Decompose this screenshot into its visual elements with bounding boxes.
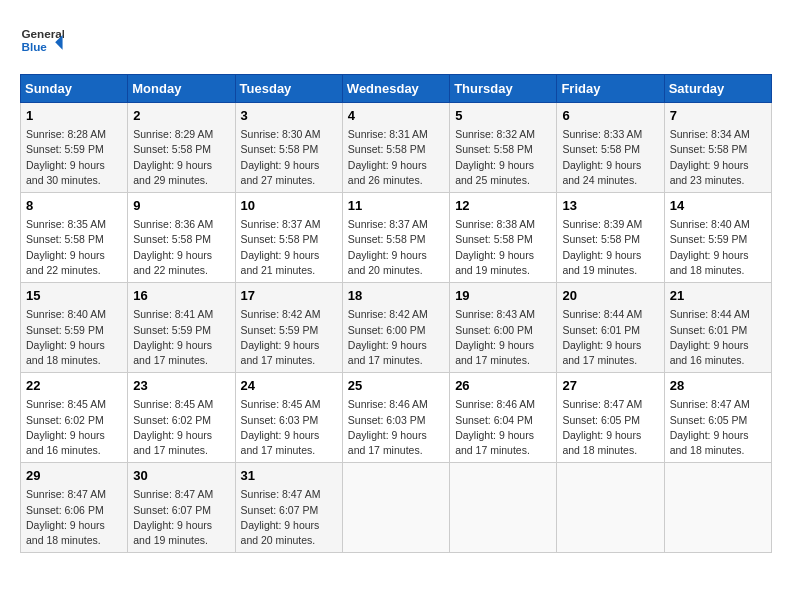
- weekday-header-cell: Friday: [557, 75, 664, 103]
- day-info: Sunrise: 8:45 AMSunset: 6:02 PMDaylight:…: [26, 397, 122, 458]
- calendar-day-cell: 2Sunrise: 8:29 AMSunset: 5:58 PMDaylight…: [128, 103, 235, 193]
- calendar-day-cell: [450, 463, 557, 553]
- calendar-table: SundayMondayTuesdayWednesdayThursdayFrid…: [20, 74, 772, 553]
- day-number: 15: [26, 287, 122, 305]
- calendar-day-cell: 23Sunrise: 8:45 AMSunset: 6:02 PMDayligh…: [128, 373, 235, 463]
- day-info: Sunrise: 8:36 AMSunset: 5:58 PMDaylight:…: [133, 217, 229, 278]
- day-info: Sunrise: 8:32 AMSunset: 5:58 PMDaylight:…: [455, 127, 551, 188]
- calendar-day-cell: 9Sunrise: 8:36 AMSunset: 5:58 PMDaylight…: [128, 193, 235, 283]
- day-number: 11: [348, 197, 444, 215]
- calendar-day-cell: 25Sunrise: 8:46 AMSunset: 6:03 PMDayligh…: [342, 373, 449, 463]
- day-number: 30: [133, 467, 229, 485]
- calendar-day-cell: 22Sunrise: 8:45 AMSunset: 6:02 PMDayligh…: [21, 373, 128, 463]
- day-number: 2: [133, 107, 229, 125]
- svg-text:Blue: Blue: [21, 40, 47, 53]
- day-info: Sunrise: 8:35 AMSunset: 5:58 PMDaylight:…: [26, 217, 122, 278]
- day-number: 20: [562, 287, 658, 305]
- calendar-day-cell: 7Sunrise: 8:34 AMSunset: 5:58 PMDaylight…: [664, 103, 771, 193]
- day-number: 10: [241, 197, 337, 215]
- day-number: 25: [348, 377, 444, 395]
- calendar-day-cell: 15Sunrise: 8:40 AMSunset: 5:59 PMDayligh…: [21, 283, 128, 373]
- day-number: 26: [455, 377, 551, 395]
- calendar-day-cell: 1Sunrise: 8:28 AMSunset: 5:59 PMDaylight…: [21, 103, 128, 193]
- day-info: Sunrise: 8:42 AMSunset: 6:00 PMDaylight:…: [348, 307, 444, 368]
- day-info: Sunrise: 8:41 AMSunset: 5:59 PMDaylight:…: [133, 307, 229, 368]
- calendar-day-cell: 10Sunrise: 8:37 AMSunset: 5:58 PMDayligh…: [235, 193, 342, 283]
- day-info: Sunrise: 8:45 AMSunset: 6:03 PMDaylight:…: [241, 397, 337, 458]
- day-number: 16: [133, 287, 229, 305]
- weekday-header-cell: Wednesday: [342, 75, 449, 103]
- day-number: 23: [133, 377, 229, 395]
- day-info: Sunrise: 8:46 AMSunset: 6:04 PMDaylight:…: [455, 397, 551, 458]
- page-header: General Blue: [20, 20, 772, 64]
- day-info: Sunrise: 8:43 AMSunset: 6:00 PMDaylight:…: [455, 307, 551, 368]
- calendar-day-cell: 21Sunrise: 8:44 AMSunset: 6:01 PMDayligh…: [664, 283, 771, 373]
- day-info: Sunrise: 8:39 AMSunset: 5:58 PMDaylight:…: [562, 217, 658, 278]
- day-info: Sunrise: 8:37 AMSunset: 5:58 PMDaylight:…: [241, 217, 337, 278]
- calendar-day-cell: [342, 463, 449, 553]
- calendar-day-cell: 6Sunrise: 8:33 AMSunset: 5:58 PMDaylight…: [557, 103, 664, 193]
- day-number: 3: [241, 107, 337, 125]
- day-info: Sunrise: 8:47 AMSunset: 6:05 PMDaylight:…: [562, 397, 658, 458]
- day-info: Sunrise: 8:40 AMSunset: 5:59 PMDaylight:…: [670, 217, 766, 278]
- day-number: 12: [455, 197, 551, 215]
- day-info: Sunrise: 8:47 AMSunset: 6:05 PMDaylight:…: [670, 397, 766, 458]
- day-info: Sunrise: 8:31 AMSunset: 5:58 PMDaylight:…: [348, 127, 444, 188]
- day-number: 18: [348, 287, 444, 305]
- day-number: 4: [348, 107, 444, 125]
- day-info: Sunrise: 8:34 AMSunset: 5:58 PMDaylight:…: [670, 127, 766, 188]
- calendar-day-cell: 11Sunrise: 8:37 AMSunset: 5:58 PMDayligh…: [342, 193, 449, 283]
- day-info: Sunrise: 8:47 AMSunset: 6:06 PMDaylight:…: [26, 487, 122, 548]
- day-info: Sunrise: 8:33 AMSunset: 5:58 PMDaylight:…: [562, 127, 658, 188]
- calendar-day-cell: 12Sunrise: 8:38 AMSunset: 5:58 PMDayligh…: [450, 193, 557, 283]
- day-number: 21: [670, 287, 766, 305]
- calendar-day-cell: 5Sunrise: 8:32 AMSunset: 5:58 PMDaylight…: [450, 103, 557, 193]
- calendar-day-cell: 20Sunrise: 8:44 AMSunset: 6:01 PMDayligh…: [557, 283, 664, 373]
- day-number: 27: [562, 377, 658, 395]
- weekday-header-cell: Sunday: [21, 75, 128, 103]
- day-number: 1: [26, 107, 122, 125]
- day-number: 7: [670, 107, 766, 125]
- calendar-day-cell: 27Sunrise: 8:47 AMSunset: 6:05 PMDayligh…: [557, 373, 664, 463]
- calendar-week-row: 29Sunrise: 8:47 AMSunset: 6:06 PMDayligh…: [21, 463, 772, 553]
- calendar-week-row: 15Sunrise: 8:40 AMSunset: 5:59 PMDayligh…: [21, 283, 772, 373]
- day-number: 9: [133, 197, 229, 215]
- day-info: Sunrise: 8:28 AMSunset: 5:59 PMDaylight:…: [26, 127, 122, 188]
- day-info: Sunrise: 8:37 AMSunset: 5:58 PMDaylight:…: [348, 217, 444, 278]
- day-number: 24: [241, 377, 337, 395]
- calendar-week-row: 8Sunrise: 8:35 AMSunset: 5:58 PMDaylight…: [21, 193, 772, 283]
- weekday-header-cell: Saturday: [664, 75, 771, 103]
- weekday-header-cell: Thursday: [450, 75, 557, 103]
- day-number: 22: [26, 377, 122, 395]
- calendar-day-cell: 30Sunrise: 8:47 AMSunset: 6:07 PMDayligh…: [128, 463, 235, 553]
- day-number: 28: [670, 377, 766, 395]
- calendar-day-cell: 29Sunrise: 8:47 AMSunset: 6:06 PMDayligh…: [21, 463, 128, 553]
- calendar-day-cell: 26Sunrise: 8:46 AMSunset: 6:04 PMDayligh…: [450, 373, 557, 463]
- svg-text:General: General: [21, 27, 64, 40]
- calendar-day-cell: 24Sunrise: 8:45 AMSunset: 6:03 PMDayligh…: [235, 373, 342, 463]
- day-info: Sunrise: 8:47 AMSunset: 6:07 PMDaylight:…: [133, 487, 229, 548]
- calendar-day-cell: 16Sunrise: 8:41 AMSunset: 5:59 PMDayligh…: [128, 283, 235, 373]
- calendar-body: 1Sunrise: 8:28 AMSunset: 5:59 PMDaylight…: [21, 103, 772, 553]
- weekday-header-cell: Monday: [128, 75, 235, 103]
- weekday-header-row: SundayMondayTuesdayWednesdayThursdayFrid…: [21, 75, 772, 103]
- logo-icon: General Blue: [20, 20, 64, 64]
- calendar-day-cell: 18Sunrise: 8:42 AMSunset: 6:00 PMDayligh…: [342, 283, 449, 373]
- day-number: 6: [562, 107, 658, 125]
- day-number: 17: [241, 287, 337, 305]
- day-number: 14: [670, 197, 766, 215]
- day-info: Sunrise: 8:38 AMSunset: 5:58 PMDaylight:…: [455, 217, 551, 278]
- calendar-day-cell: 8Sunrise: 8:35 AMSunset: 5:58 PMDaylight…: [21, 193, 128, 283]
- logo: General Blue: [20, 20, 64, 64]
- day-info: Sunrise: 8:40 AMSunset: 5:59 PMDaylight:…: [26, 307, 122, 368]
- calendar-day-cell: 19Sunrise: 8:43 AMSunset: 6:00 PMDayligh…: [450, 283, 557, 373]
- calendar-day-cell: [664, 463, 771, 553]
- calendar-day-cell: [557, 463, 664, 553]
- calendar-week-row: 1Sunrise: 8:28 AMSunset: 5:59 PMDaylight…: [21, 103, 772, 193]
- day-info: Sunrise: 8:30 AMSunset: 5:58 PMDaylight:…: [241, 127, 337, 188]
- day-number: 31: [241, 467, 337, 485]
- day-number: 8: [26, 197, 122, 215]
- day-info: Sunrise: 8:45 AMSunset: 6:02 PMDaylight:…: [133, 397, 229, 458]
- day-number: 13: [562, 197, 658, 215]
- day-info: Sunrise: 8:44 AMSunset: 6:01 PMDaylight:…: [670, 307, 766, 368]
